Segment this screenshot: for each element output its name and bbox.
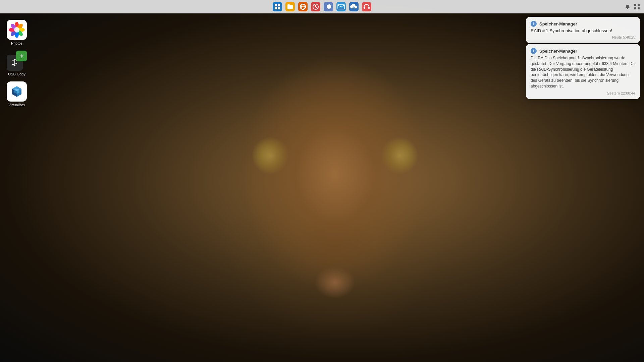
topbar-app-icons (273, 2, 371, 11)
virtualbox-app-image (7, 81, 27, 102)
files-icon[interactable] (285, 2, 295, 11)
svg-line-9 (316, 7, 317, 8)
headphones-icon[interactable] (362, 2, 371, 11)
svg-rect-19 (638, 7, 640, 9)
svg-rect-14 (364, 7, 365, 9)
topbar-settings-icon[interactable] (623, 3, 631, 10)
multiview-icon[interactable] (273, 2, 282, 11)
cloudstore-icon[interactable] (349, 2, 359, 11)
svg-rect-17 (638, 4, 640, 6)
photos-app-label: Photos (11, 41, 22, 45)
gear-icon[interactable] (324, 2, 333, 11)
photos-app-image (7, 20, 27, 40)
notification-1-title: RAID # 1 Synchronisation abgeschlossen! (531, 28, 635, 33)
svg-rect-16 (634, 4, 636, 6)
desktop-icons-area: Photos (3, 18, 30, 108)
topbar-right-actions (623, 3, 641, 10)
magnet-icon[interactable] (298, 2, 308, 11)
clock-icon[interactable] (311, 2, 320, 11)
topbar-grid-icon[interactable] (633, 3, 641, 10)
svg-rect-10 (338, 4, 344, 9)
svg-rect-30 (15, 63, 17, 64)
notification-1-time: Heute 5:48:25 (531, 35, 635, 39)
usb-copy-app-image (7, 51, 27, 71)
notification-1-info-icon: i (531, 21, 537, 27)
topbar (0, 0, 644, 13)
notification-2-body: Die RAID in Speicherpool 1 -Synchronisie… (531, 55, 635, 89)
svg-rect-29 (12, 64, 14, 65)
svg-rect-1 (278, 4, 280, 6)
svg-rect-2 (275, 7, 277, 9)
notification-1-header: i Speicher-Manager (531, 21, 635, 27)
svg-rect-3 (278, 7, 280, 9)
virtualbox-app-label: VirtualBox (8, 103, 25, 107)
notification-1-app-name: Speicher-Manager (539, 21, 577, 26)
usb-copy-app-label: USB Copy (8, 72, 25, 76)
mail-icon[interactable] (336, 2, 346, 11)
virtualbox-app-icon[interactable]: VirtualBox (3, 80, 30, 108)
svg-rect-18 (634, 7, 636, 9)
svg-point-28 (14, 27, 19, 33)
notification-2-header: i Speicher-Manager (531, 48, 635, 54)
svg-rect-15 (368, 7, 370, 9)
notification-2-time: Gestern 22:08:44 (531, 91, 635, 95)
notification-2-info-icon: i (531, 48, 537, 54)
notification-2-app-name: Speicher-Manager (539, 49, 577, 54)
svg-rect-0 (275, 4, 277, 6)
notifications-area: i Speicher-Manager RAID # 1 Synchronisat… (526, 17, 640, 99)
notification-2[interactable]: i Speicher-Manager Die RAID in Speicherp… (526, 44, 640, 99)
notification-1[interactable]: i Speicher-Manager RAID # 1 Synchronisat… (526, 17, 640, 43)
usb-copy-app-icon[interactable]: USB Copy (3, 49, 30, 77)
photos-app-icon[interactable]: Photos (3, 18, 30, 47)
svg-point-31 (14, 65, 15, 66)
